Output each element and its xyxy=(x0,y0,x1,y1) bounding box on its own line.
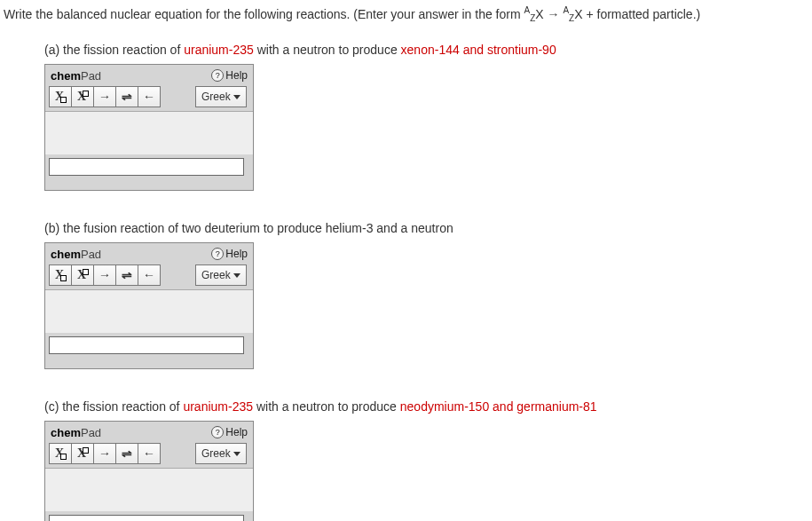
chempad-widget: chemPad ? Help X X → ⇌ ← xyxy=(44,64,254,191)
help-link[interactable]: ? Help xyxy=(211,248,248,260)
footer-strip xyxy=(45,358,253,368)
input-row xyxy=(45,154,253,179)
preview-area xyxy=(45,468,253,511)
superscript-box-icon xyxy=(83,91,89,97)
superscript-box-icon xyxy=(83,269,89,275)
chempad-widget: chemPad ? Help X X → ⇌ ← xyxy=(44,421,254,521)
preview-area xyxy=(45,111,253,154)
equilibrium-button[interactable]: ⇌ xyxy=(115,443,138,464)
equilibrium-button[interactable]: ⇌ xyxy=(115,264,138,286)
subscript-box-icon xyxy=(60,275,67,281)
superscript-box-icon xyxy=(83,447,89,454)
instruction-prefix: Write the balanced nuclear equation for … xyxy=(4,7,524,21)
right-arrow-button[interactable]: → xyxy=(93,264,116,286)
answer-input[interactable] xyxy=(49,336,244,354)
greek-dropdown[interactable]: Greek xyxy=(195,443,247,464)
part-c: (c) the fission reaction of uranium-235 … xyxy=(44,399,812,521)
answer-input[interactable] xyxy=(49,515,244,521)
right-arrow-button[interactable]: → xyxy=(93,443,116,464)
chempad-title: chemPad xyxy=(51,69,101,83)
answer-input[interactable] xyxy=(49,158,244,176)
part-c-middle: with a neutron to produce xyxy=(253,399,400,414)
left-arrow-button[interactable]: ← xyxy=(138,86,161,107)
part-c-prompt: (c) the fission reaction of uranium-235 … xyxy=(44,399,812,414)
help-icon: ? xyxy=(211,69,224,82)
superscript-button[interactable]: X xyxy=(71,86,94,107)
right-arrow-button[interactable]: → xyxy=(93,86,116,107)
greek-dropdown[interactable]: Greek xyxy=(195,264,247,286)
chempad-toolbar: X X → ⇌ ← Greek xyxy=(45,263,253,289)
greek-label: Greek xyxy=(201,447,231,460)
chempad-toolbar: X X → ⇌ ← Greek xyxy=(45,84,253,111)
greek-dropdown[interactable]: Greek xyxy=(195,86,247,107)
question-container: Write the balanced nuclear equation for … xyxy=(0,0,812,521)
elem-x: X xyxy=(535,7,543,21)
subscript-button[interactable]: X xyxy=(49,443,72,464)
part-a-reactant: uranium-235 xyxy=(184,43,254,57)
superscript-button[interactable]: X xyxy=(71,443,94,464)
brand-pad: Pad xyxy=(81,426,101,439)
part-b-label: (b) the fusion reaction of two deuterium… xyxy=(44,221,453,235)
greek-label: Greek xyxy=(201,91,231,103)
chempad-header: chemPad ? Help xyxy=(45,243,253,263)
brand-chem: chem xyxy=(51,248,81,261)
chempad-widget: chemPad ? Help X X → ⇌ ← xyxy=(44,242,254,369)
input-row xyxy=(45,333,253,358)
help-label: Help xyxy=(225,248,248,260)
part-c-reactant: uranium-235 xyxy=(183,399,253,414)
chevron-down-icon xyxy=(233,273,240,278)
superscript-button[interactable]: X xyxy=(71,264,94,286)
left-arrow-button[interactable]: ← xyxy=(138,443,161,464)
instruction-text: Write the balanced nuclear equation for … xyxy=(0,0,812,28)
help-link[interactable]: ? Help xyxy=(211,69,248,82)
instruction-suffix: + formatted particle.) xyxy=(583,7,701,21)
help-icon: ? xyxy=(211,426,224,438)
arrow: → xyxy=(548,7,560,21)
help-label: Help xyxy=(225,69,248,82)
chempad-toolbar: X X → ⇌ ← Greek xyxy=(45,441,253,468)
elem-x2: X xyxy=(574,7,582,21)
preview-area xyxy=(45,289,253,333)
chempad-title: chemPad xyxy=(51,426,101,439)
chevron-down-icon xyxy=(233,95,240,99)
help-link[interactable]: ? Help xyxy=(211,426,248,438)
brand-pad: Pad xyxy=(81,69,101,83)
subscript-button[interactable]: X xyxy=(49,86,72,107)
subscript-box-icon xyxy=(60,97,67,103)
chempad-header: chemPad ? Help xyxy=(45,65,253,84)
chevron-down-icon xyxy=(233,452,240,456)
input-row xyxy=(45,511,253,521)
part-a-products: xenon-144 and strontium-90 xyxy=(401,43,556,57)
subscript-button[interactable]: X xyxy=(49,264,72,286)
brand-chem: chem xyxy=(51,426,81,439)
help-icon: ? xyxy=(211,248,224,260)
brand-pad: Pad xyxy=(81,248,101,261)
brand-chem: chem xyxy=(51,69,81,83)
greek-label: Greek xyxy=(201,269,231,281)
part-a: (a) the fission reaction of uranium-235 … xyxy=(44,43,812,191)
chempad-title: chemPad xyxy=(51,248,101,261)
part-a-middle: with a neutron to produce xyxy=(254,43,401,57)
part-c-products: neodymium-150 and germanium-81 xyxy=(400,399,597,414)
part-b-prompt: (b) the fusion reaction of two deuterium… xyxy=(44,221,812,235)
left-arrow-button[interactable]: ← xyxy=(138,264,161,286)
subscript-box-icon xyxy=(60,454,67,460)
footer-strip xyxy=(45,179,253,190)
part-a-label: (a) the fission reaction of xyxy=(44,43,184,57)
help-label: Help xyxy=(225,426,248,438)
equilibrium-button[interactable]: ⇌ xyxy=(115,86,138,107)
part-c-label: (c) the fission reaction of xyxy=(44,399,183,414)
part-a-prompt: (a) the fission reaction of uranium-235 … xyxy=(44,43,812,57)
part-b: (b) the fusion reaction of two deuterium… xyxy=(44,221,812,369)
chempad-header: chemPad ? Help xyxy=(45,422,253,441)
